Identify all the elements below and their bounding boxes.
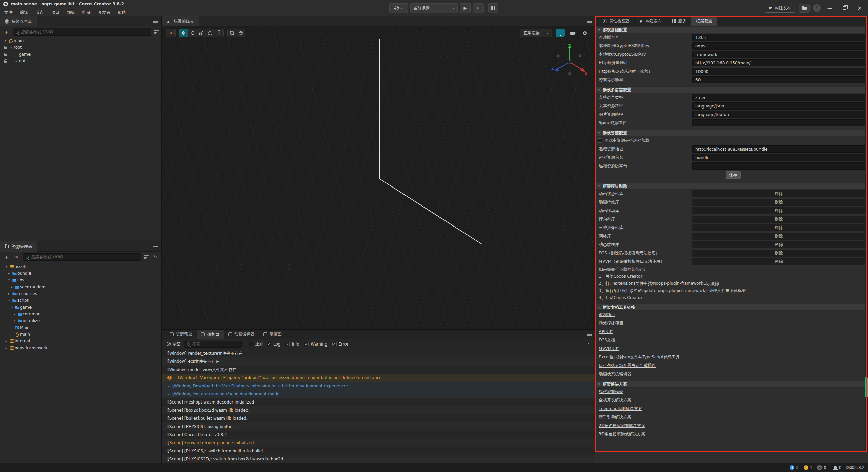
expand-chevron-icon[interactable]: › (173, 376, 178, 380)
section-header-游戏多语言配置[interactable]: ▾游戏多语言配置 (595, 86, 868, 93)
tree-chevron-icon[interactable]: ▾ (11, 306, 13, 309)
menu-item-扩展[interactable]: 扩展 (79, 8, 94, 16)
doc-link-教程项目[interactable]: 教程项目 (599, 312, 615, 318)
scene-settings-button[interactable] (580, 29, 589, 37)
tree-chevron-icon[interactable]: ▸ (8, 292, 10, 295)
tree-chevron-icon[interactable]: ▸ (8, 272, 10, 275)
asset-node-initialize[interactable]: ▸initialize (0, 317, 161, 324)
add-node-button[interactable]: + (3, 28, 10, 36)
tree-chevron-icon[interactable]: ▾ (8, 299, 10, 302)
panel-menu-icon[interactable] (153, 20, 158, 23)
tree-node-main[interactable]: ▾main (0, 37, 161, 44)
section-header-游戏基础配置[interactable]: ▾游戏基础配置 (595, 26, 868, 33)
asset-node-game[interactable]: ▾game (0, 304, 161, 311)
section-header-游戏资源配置[interactable]: ▾游戏资源配置 (595, 130, 868, 136)
asset-node-script[interactable]: ▾script (0, 297, 161, 304)
asset-node-main[interactable]: main (0, 331, 161, 338)
panel-menu-icon[interactable] (587, 333, 592, 336)
reload-button[interactable]: ↻ (473, 3, 484, 13)
menu-item-编辑[interactable]: 编辑 (16, 8, 32, 16)
save-button[interactable]: 保存 (726, 171, 741, 179)
menu-item-面板[interactable]: 面板 (63, 8, 79, 16)
asset-node-assets[interactable]: ▾assets (0, 263, 161, 270)
remove-module-button[interactable]: 剔除 (692, 190, 865, 197)
scene-select[interactable]: 当前场景 ▾ (410, 3, 458, 13)
tree-chevron-icon[interactable]: ▸ (6, 339, 7, 343)
asset-node-oops-framework[interactable]: ▸oops-framework (0, 345, 161, 351)
console-tab-资源预览[interactable]: 资源预览 (165, 330, 197, 339)
scene-tab[interactable]: 场景编辑器 (162, 16, 199, 26)
asset-node-Main[interactable]: TSMain (0, 324, 161, 331)
scrollbar-thumb[interactable] (865, 377, 868, 397)
inspector-tab-构建发布[interactable]: 构建发布 (635, 16, 667, 26)
section-header-框架模块剔除[interactable]: ▾框架模块剔除 (595, 183, 868, 190)
expand-chevron-icon[interactable]: › (167, 384, 172, 388)
remove-module-button[interactable]: 剔除 (692, 233, 865, 240)
doc-link-2D角色扮演游戏解决方案[interactable]: 2D角色扮演游戏解决方案 (599, 423, 645, 429)
inspector-tab-属性检查器[interactable]: 属性检查器 (598, 16, 635, 26)
play-button[interactable]: ▶ (460, 3, 471, 13)
panel-menu-icon[interactable] (587, 20, 592, 23)
scale-tool-button[interactable] (197, 29, 206, 37)
panel-menu-icon[interactable] (153, 245, 158, 248)
close-button[interactable]: × (854, 3, 865, 13)
doc-link-3D角色扮演游戏解决方案[interactable]: 3D角色扮演游戏解决方案 (599, 431, 645, 437)
asset-node-bundle[interactable]: ▸bundle (0, 270, 161, 277)
gizmo-space-button[interactable] (236, 29, 245, 37)
assets-search-input[interactable] (31, 255, 138, 259)
doc-link-API文档[interactable]: API文档 (599, 329, 613, 335)
console-tab-动画图[interactable]: 动画图 (259, 330, 286, 339)
doc-link-动画状态机编辑器[interactable]: 动画状态机编辑器 (599, 371, 631, 377)
assets-tab[interactable]: 资源管理器 (0, 241, 37, 252)
field-input-Http服务器地址[interactable] (692, 59, 865, 66)
build-publish-button[interactable]: 构建发布 (765, 4, 795, 13)
remove-module-button[interactable]: 剔除 (692, 241, 865, 248)
console-search-input[interactable] (192, 342, 239, 347)
tree-node-game[interactable]: game (0, 51, 161, 58)
field-input-远程资源地址[interactable] (692, 145, 865, 153)
filter-Warning[interactable]: ✓Warning (304, 342, 327, 347)
filter-checkbox-Log[interactable]: ✓ (267, 342, 271, 346)
minimize-button[interactable]: — (824, 3, 835, 13)
device-select[interactable]: ▾ (389, 3, 408, 13)
add-asset-button[interactable]: + (3, 253, 10, 261)
lock-icon[interactable] (3, 46, 8, 49)
scene-viewport[interactable]: 3D Ü (162, 27, 595, 329)
remove-module-button[interactable]: 剔除 (692, 207, 865, 214)
doc-link-MVVM文档[interactable]: MVVM文档 (599, 346, 619, 352)
tree-chevron-icon[interactable]: ▸ (11, 285, 13, 289)
menu-item-开发者[interactable]: 开发者 (94, 8, 114, 16)
lock-icon[interactable] (3, 60, 8, 63)
orientation-gizmo[interactable]: Y X Z (549, 41, 589, 82)
filter-checkbox-Error[interactable]: ✓ (332, 342, 337, 346)
regex-toggle[interactable]: 正则 (249, 341, 263, 347)
console-tab-动画编辑器[interactable]: 动画编辑器 (224, 330, 259, 339)
refresh-icon[interactable]: ↻ (151, 253, 159, 261)
field-input-图片资源路径[interactable] (692, 111, 865, 118)
remote-load-checkbox[interactable] (598, 138, 602, 143)
asset-node-internal[interactable]: ▸internal (0, 338, 161, 345)
asset-node-libs[interactable]: ▾libs (0, 277, 161, 283)
open-folder-button[interactable] (799, 4, 810, 13)
error-counter[interactable]: × 0 (817, 465, 826, 470)
filter-icon[interactable] (154, 30, 159, 34)
field-input-本地数据CryptoES加密Key[interactable] (692, 42, 865, 50)
section-header-框架解决方案[interactable]: ▾框架解决方案 (595, 381, 868, 388)
expand-chevron-icon[interactable]: › (167, 392, 172, 396)
remove-module-button[interactable]: 剔除 (692, 216, 865, 223)
doc-link-原生包热更新配置自动生成插件[interactable]: 原生包热更新配置自动生成插件 (599, 363, 656, 369)
field-input-Http服务器请求超时（毫秒）[interactable] (692, 68, 865, 75)
inspector-tab-框架配置[interactable]: 框架配置 (691, 16, 717, 26)
console-search[interactable] (184, 341, 242, 348)
field-input-支持语言类型[interactable] (692, 94, 865, 101)
doc-link-游戏模板项目[interactable]: 游戏模板项目 (599, 320, 623, 326)
layout-button[interactable] (488, 3, 498, 13)
field-input-游戏版本号[interactable] (692, 34, 865, 41)
doc-link-新手引导解决方案[interactable]: 新手引导解决方案 (599, 414, 631, 420)
camera-settings-button[interactable] (568, 29, 577, 37)
field-input-远程资源版本号[interactable] (692, 162, 865, 170)
field-input-游戏每秒帧率[interactable] (692, 76, 865, 83)
section-header-框架文档工具链接[interactable]: ▾框架文档工具链接 (595, 304, 868, 311)
warning-counter[interactable]: ! 1 (804, 465, 813, 470)
filter-icon[interactable] (144, 255, 149, 259)
